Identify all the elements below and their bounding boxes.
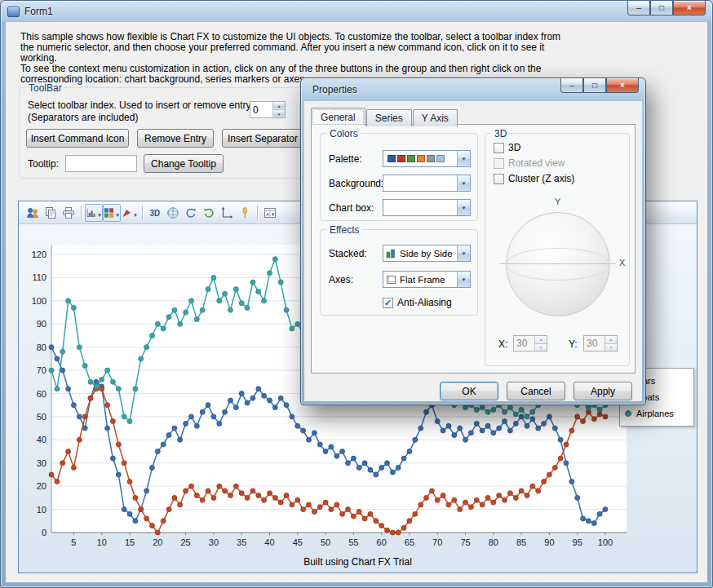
chart-box-combobox[interactable] bbox=[383, 199, 471, 216]
stacked-label: Stacked: bbox=[329, 248, 367, 259]
spinner-buttons bbox=[272, 102, 285, 117]
maximize-button[interactable]: □ bbox=[650, 1, 673, 15]
axis-icon[interactable] bbox=[218, 204, 236, 222]
axes-label: Axes: bbox=[329, 274, 353, 285]
dialog-window-controls: – □ × bbox=[560, 78, 639, 93]
cancel-button[interactable]: Cancel bbox=[507, 382, 565, 400]
chevron-down-icon bbox=[114, 206, 120, 220]
palette-swatch bbox=[388, 155, 396, 162]
checkbox-cluster-z-axis[interactable]: Cluster (Z axis) bbox=[494, 173, 574, 184]
stacked-combobox[interactable]: Side by Side bbox=[383, 245, 471, 262]
window-title: Form1 bbox=[24, 6, 53, 17]
rotation-y-spinner bbox=[583, 335, 618, 351]
chevron-down-icon[interactable] bbox=[457, 200, 470, 215]
palette-label: Palette: bbox=[329, 153, 362, 165]
svg-text:30: 30 bbox=[37, 458, 46, 468]
palette-swatch bbox=[417, 155, 425, 162]
users-icon[interactable] bbox=[24, 204, 42, 222]
toolbar-separator bbox=[81, 206, 82, 220]
palette-swatch bbox=[397, 155, 405, 162]
pin-icon[interactable] bbox=[236, 204, 254, 222]
rotation-x-input bbox=[514, 336, 534, 351]
print-icon[interactable] bbox=[60, 204, 78, 222]
apply-button[interactable]: Apply bbox=[574, 382, 632, 400]
rotate-cw-icon[interactable] bbox=[182, 204, 200, 222]
svg-text:80: 80 bbox=[37, 343, 46, 352]
svg-text:A: A bbox=[266, 211, 269, 216]
chart-box-label: Chart box: bbox=[329, 202, 374, 214]
toolbar-separator bbox=[257, 206, 258, 220]
checkbox-icon bbox=[383, 298, 393, 308]
3d-icon[interactable]: 3D bbox=[146, 204, 164, 222]
data-editor-icon[interactable]: A# bbox=[261, 204, 279, 222]
legend-marker bbox=[625, 410, 631, 417]
axes-combobox[interactable]: Flat Frame bbox=[383, 271, 471, 288]
rotate-ccw-icon[interactable] bbox=[200, 204, 218, 222]
tooltip-input[interactable] bbox=[65, 155, 137, 172]
svg-text:30: 30 bbox=[209, 537, 219, 547]
spinner-buttons bbox=[604, 336, 617, 351]
toolbar-index-input[interactable] bbox=[250, 102, 272, 117]
groupbox-title: 3D bbox=[492, 128, 509, 139]
svg-text:35: 35 bbox=[237, 537, 246, 547]
close-button[interactable]: × bbox=[673, 1, 706, 15]
chevron-down-icon[interactable] bbox=[457, 245, 470, 261]
spin-down-button[interactable] bbox=[273, 110, 285, 117]
svg-text:80: 80 bbox=[489, 537, 498, 547]
svg-text:75: 75 bbox=[460, 537, 470, 547]
dialog-title: Properties bbox=[312, 84, 357, 95]
svg-text:40: 40 bbox=[37, 435, 46, 444]
sphere-icon[interactable] bbox=[164, 204, 182, 222]
minimize-button[interactable]: – bbox=[627, 1, 650, 15]
chevron-down-icon[interactable] bbox=[457, 175, 470, 191]
background-combobox[interactable] bbox=[383, 175, 471, 192]
tooltip-label: Tooltip: bbox=[28, 158, 59, 170]
palette-swatch bbox=[427, 155, 435, 162]
spin-up-button bbox=[535, 336, 547, 344]
dialog-close-button[interactable]: × bbox=[606, 78, 639, 93]
tab-series[interactable]: Series bbox=[366, 109, 412, 126]
dialog-minimize-button[interactable]: – bbox=[560, 78, 583, 93]
main-titlebar[interactable]: Form1 – □ × bbox=[1, 1, 712, 22]
close-icon: × bbox=[620, 82, 625, 90]
chevron-down-icon[interactable] bbox=[457, 272, 470, 287]
checkbox-anti-aliasing[interactable]: Anti-Aliasing bbox=[383, 297, 452, 308]
tab-general[interactable]: General bbox=[311, 108, 365, 126]
change-tooltip-button[interactable]: Change Tooltip bbox=[144, 154, 224, 173]
rotation-y-input bbox=[584, 336, 604, 351]
insert-command-icon-button[interactable]: Insert Command Icon bbox=[26, 129, 129, 148]
color-marker-icon[interactable] bbox=[121, 204, 139, 222]
checkbox-3d[interactable]: 3D bbox=[494, 142, 574, 153]
spin-up-button[interactable] bbox=[273, 102, 285, 110]
remove-entry-button[interactable]: Remove Entry bbox=[137, 129, 214, 148]
tab-y-axis[interactable]: Y Axis bbox=[413, 109, 458, 126]
groupbox-title: Effects bbox=[327, 224, 361, 236]
gallery-icon[interactable] bbox=[85, 204, 103, 222]
background-label: Background: bbox=[329, 178, 383, 189]
sphere-y-axis-label: Y bbox=[555, 197, 560, 206]
palette-swatch bbox=[436, 155, 445, 162]
checkbox-icon bbox=[494, 174, 504, 184]
copy-icon[interactable] bbox=[42, 204, 60, 222]
svg-text:25: 25 bbox=[180, 537, 190, 547]
dialog-maximize-button[interactable]: □ bbox=[583, 78, 606, 93]
palette-combobox[interactable] bbox=[383, 150, 471, 167]
sphere-meridian bbox=[506, 248, 610, 281]
chevron-down-icon[interactable] bbox=[457, 151, 470, 166]
properties-dialog: Properties – □ × GeneralSeriesY Axis Col… bbox=[300, 77, 646, 405]
index-label: Select toolbar index. Used to insert or … bbox=[28, 99, 254, 111]
svg-text:15: 15 bbox=[125, 537, 135, 547]
chevron-down-icon bbox=[132, 206, 138, 220]
chart-footer: Built using Chart FX Trial bbox=[19, 556, 697, 568]
rotation-x-label: X: bbox=[498, 338, 507, 350]
insert-separator-button[interactable]: Insert Separator bbox=[222, 129, 303, 148]
svg-text:10: 10 bbox=[97, 537, 107, 547]
svg-text:20: 20 bbox=[37, 481, 46, 491]
svg-text:45: 45 bbox=[293, 537, 303, 547]
side-by-side-icon bbox=[386, 249, 396, 259]
svg-text:65: 65 bbox=[405, 537, 414, 547]
dialog-titlebar[interactable]: Properties – □ × bbox=[301, 78, 645, 100]
palette-icon[interactable] bbox=[103, 204, 121, 222]
toolbar-index-spinner[interactable] bbox=[250, 101, 286, 118]
ok-button[interactable]: OK bbox=[440, 382, 498, 400]
